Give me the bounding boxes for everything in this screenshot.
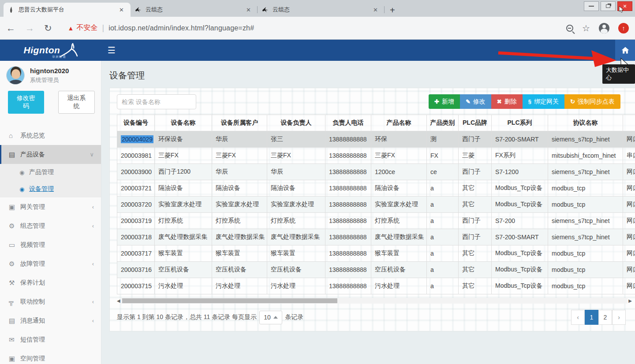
column-header-通讯方式[interactable]: 通讯方式 xyxy=(623,115,635,131)
zoom-out-icon[interactable] xyxy=(566,25,573,32)
column-header-PLC品牌[interactable]: PLC品牌 xyxy=(459,115,492,131)
home-icon: ⌂ xyxy=(9,132,20,139)
table-row[interactable]: 200003721隔油设备隔油设备隔油设备13888888888隔油设备a其它M… xyxy=(117,180,635,197)
column-header-产品名称[interactable]: 产品名称 xyxy=(371,115,427,131)
hamburger-menu-icon[interactable]: ☰ xyxy=(108,45,116,56)
close-button[interactable]: ✕ xyxy=(617,1,632,11)
绑定网关-button[interactable]: §绑定网关 xyxy=(523,94,564,109)
sidebar-item-网关管理[interactable]: ▣网关管理‹ xyxy=(0,197,101,216)
table-cell: 隔油设备 xyxy=(371,180,427,197)
avatar[interactable] xyxy=(6,66,25,85)
table-cell: modbus_tcp xyxy=(548,262,623,278)
column-header-PLC系列[interactable]: PLC系列 xyxy=(492,115,548,131)
link-icon: § xyxy=(528,98,531,105)
scroll-left-icon[interactable]: ◀ xyxy=(117,298,121,303)
logo[interactable]: Hignton 华辰智通 xyxy=(0,40,101,61)
new-tab-button[interactable]: + xyxy=(385,4,400,17)
browser-update-icon[interactable]: ↑ xyxy=(618,23,629,33)
scrollbar-track[interactable] xyxy=(121,298,628,304)
search-input[interactable] xyxy=(117,94,196,109)
column-header-产品类别[interactable]: 产品类别 xyxy=(427,115,459,131)
table-row[interactable]: 200003981三菱FX三菱FX三菱FX13888888888三菱FXFX三菱… xyxy=(117,148,635,164)
table-row[interactable]: 200004029环保设备华辰张三13888888888环保测西门子S7-200… xyxy=(117,131,635,148)
删除-button[interactable]: ✖删除 xyxy=(491,94,523,109)
cursor-arrow-icon xyxy=(619,6,624,13)
minimize-button[interactable] xyxy=(584,1,599,11)
column-header-设备名称[interactable]: 设备名称 xyxy=(155,115,212,131)
home-tooltip: 大数据中心 xyxy=(602,64,635,84)
修改-button[interactable]: ✎修改 xyxy=(460,94,491,109)
新增-button[interactable]: ✚新增 xyxy=(429,94,460,109)
table-cell: 废气处理数据采集 xyxy=(371,229,427,245)
url-text[interactable]: iot.idosp.net/admin/index.html?language=… xyxy=(108,24,254,32)
sidebar-item-故障管理[interactable]: ⚙故障管理‹ xyxy=(0,254,101,273)
sidebar-item-组态管理[interactable]: ⚙组态管理‹ xyxy=(0,216,101,235)
table-cell: 三菱FX xyxy=(267,148,325,164)
column-header-协议名称[interactable]: 协议名称 xyxy=(548,115,623,131)
sidebar-item-系统总览[interactable]: ⌂系统总览 xyxy=(0,126,101,145)
sidebar-item-短信管理[interactable]: ✉短信管理 xyxy=(0,330,101,349)
browser-profile-icon[interactable] xyxy=(599,23,609,33)
table-cell: 隔油设备 xyxy=(212,180,267,197)
scrollbar-thumb[interactable] xyxy=(122,298,337,303)
table-cell: 环保设备 xyxy=(155,131,212,148)
tab-close-icon[interactable]: ✕ xyxy=(117,6,126,14)
page-size-select[interactable]: 10 xyxy=(259,311,282,324)
scroll-right-icon[interactable]: ▶ xyxy=(628,298,632,303)
table-cell: 13888888888 xyxy=(325,213,371,229)
sidebar-item-视频管理[interactable]: ▭视频管理 xyxy=(0,235,101,254)
table-cell: 华辰 xyxy=(212,131,267,148)
page-button-‹[interactable]: ‹ xyxy=(571,310,585,325)
table-header-row: 设备编号设备名称设备所属客户设备负责人负责人电话产品名称产品类别PLC品牌PLC… xyxy=(117,115,635,131)
page-button-›[interactable]: › xyxy=(612,310,626,325)
address-bar[interactable]: ▲ 不安全 | iot.idosp.net/admin/index.html?l… xyxy=(62,23,561,33)
page-button-2[interactable]: 2 xyxy=(598,310,612,325)
sidebar-item-保养计划[interactable]: ⚒保养计划 xyxy=(0,273,101,292)
browser-tab[interactable]: 思普云大数据平台✕ xyxy=(4,3,131,17)
security-warning-label[interactable]: 不安全 xyxy=(76,23,97,33)
reload-icon[interactable]: ↻ xyxy=(44,23,52,33)
page-button-1[interactable]: 1 xyxy=(585,310,598,325)
table-row[interactable]: 200003720实验室废水处理实验室废水处理实验室废水处理1388888888… xyxy=(117,197,635,213)
column-header-设备所属客户[interactable]: 设备所属客户 xyxy=(212,115,267,131)
bookmark-star-icon[interactable]: ☆ xyxy=(582,23,590,33)
强制同步点表-button[interactable]: ↻强制同步点表 xyxy=(564,94,620,109)
table-row[interactable]: 200003719灯控系统灯控系统灯控系统13888888888灯控系统a西门子… xyxy=(117,213,635,229)
sidebar-submenu: ◉产品管理◉设备管理 xyxy=(0,164,101,197)
sidebar-item-空间管理[interactable]: ▣空间管理 xyxy=(0,349,101,364)
tab-close-icon[interactable]: ✕ xyxy=(371,6,380,14)
column-header-负责人电话[interactable]: 负责人电话 xyxy=(325,115,371,131)
table-row[interactable]: 200003900西门子1200华辰华辰138888888881200cece西… xyxy=(117,164,635,180)
sidebar-item-联动控制[interactable]: ╦联动控制‹ xyxy=(0,292,101,311)
tab-close-icon[interactable]: ✕ xyxy=(244,6,253,14)
column-header-设备负责人[interactable]: 设备负责人 xyxy=(267,115,325,131)
back-icon[interactable]: ← xyxy=(6,23,15,33)
user-meta: hignton2020 系统管理员 xyxy=(30,67,69,84)
sitemap-icon: ╦ xyxy=(9,298,20,305)
plus-icon: ✚ xyxy=(434,98,439,105)
logout-button[interactable]: 退出系统 xyxy=(58,91,95,114)
table-cell: 200003716 xyxy=(117,262,155,278)
table-row[interactable]: 200003715污水处理污水处理污水处理13888888888污水处理a其它M… xyxy=(117,278,635,294)
change-password-button[interactable]: 修改密码 xyxy=(8,91,44,114)
horizontal-scrollbar[interactable]: ◀ ▶ xyxy=(117,297,632,305)
table-cell: modbus_tcp xyxy=(548,278,623,294)
sidebar-item-产品设备[interactable]: ▤产品设备∨ xyxy=(0,145,101,164)
column-header-设备编号[interactable]: 设备编号 xyxy=(117,115,155,131)
table-cell: 猴车装置 xyxy=(371,245,427,262)
home-button[interactable] xyxy=(615,40,635,61)
sidebar-subitem-设备管理[interactable]: ◉设备管理 xyxy=(0,181,101,197)
maximize-button[interactable] xyxy=(601,1,616,11)
table-row[interactable]: 200003716空压机设备空压机设备空压机设备13888888888空压机设备… xyxy=(117,262,635,278)
sidebar-subitem-产品管理[interactable]: ◉产品管理 xyxy=(0,164,101,181)
browser-tab[interactable]: 云组态✕ xyxy=(131,3,258,17)
sidebar-item-消息通知[interactable]: ▤消息通知‹ xyxy=(0,311,101,330)
forward-icon[interactable]: → xyxy=(25,23,34,33)
table-row[interactable]: 200003717猴车装置猴车装置猴车装置13888888888猴车装置a其它M… xyxy=(117,245,635,262)
user-role: 系统管理员 xyxy=(30,76,69,84)
chevron-left-icon: ‹ xyxy=(92,223,94,229)
table-row[interactable]: 200003718废气处理数据采集废气处理数据采集废气处理数据采集1388888… xyxy=(117,229,635,245)
table-cell: 空压机设备 xyxy=(267,262,325,278)
browser-tab[interactable]: 云组态✕ xyxy=(258,3,385,17)
sidebar-item-label: 网关管理 xyxy=(20,203,92,211)
